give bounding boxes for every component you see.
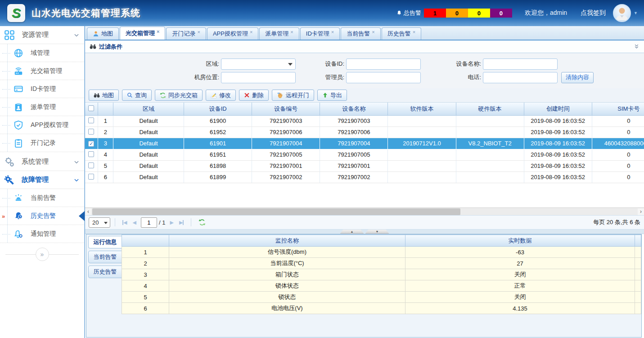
last-page-button[interactable]: ▶ xyxy=(179,220,184,225)
tab-dispatch[interactable]: 派单管理 × xyxy=(259,27,299,40)
search-button[interactable]: 查询 xyxy=(122,90,152,101)
table-row[interactable]: 1 Default 61900 7921907003 7921907003 20… xyxy=(85,115,644,126)
table-row[interactable]: 5 Default 61898 7921907001 7921907001 20… xyxy=(85,160,644,171)
edit-button[interactable]: 修改 xyxy=(206,90,236,101)
row-checkbox[interactable] xyxy=(88,174,94,180)
next-page-button[interactable]: ▶ xyxy=(170,220,173,225)
row-checkbox[interactable] xyxy=(88,151,94,157)
table-row[interactable]: 4 Default 61951 7921907005 7921907005 20… xyxy=(85,149,644,160)
tab-current-alarm-detail[interactable]: 当前告警 xyxy=(88,251,122,263)
table-row-selected[interactable]: ✓ 3 Default 61901 7921907004 7921907004 … xyxy=(85,138,644,149)
phone-input[interactable] xyxy=(483,72,558,83)
close-icon[interactable]: × xyxy=(197,29,200,35)
sidebar-item-door-records[interactable]: 开门记录 xyxy=(0,134,84,152)
device-name-input[interactable] xyxy=(483,59,558,70)
close-icon[interactable]: × xyxy=(331,29,334,35)
sign-in-link[interactable]: 点我签到 xyxy=(581,9,606,17)
logo-letter: S xyxy=(12,6,21,20)
sidebar-item-notifications[interactable]: 通知管理 xyxy=(0,225,84,243)
delete-button[interactable]: 删除 xyxy=(239,90,269,101)
monitor-row[interactable]: 2 当前温度(°C) 27 xyxy=(122,258,641,269)
monitor-value-header[interactable]: 实时数据 xyxy=(405,235,635,247)
sidebar-item-dispatch[interactable]: 派单管理 xyxy=(0,98,84,116)
sidebar-item-id-card[interactable]: ID卡管理 xyxy=(0,80,84,98)
sidebar-item-optical-box[interactable]: 光交箱管理 xyxy=(0,62,84,80)
sidebar-item-label: 当前告警 xyxy=(31,194,56,202)
close-icon[interactable]: × xyxy=(372,29,374,35)
alarm-count-minor[interactable]: 0 xyxy=(468,9,490,18)
monitor-row[interactable]: 5 锁状态 关闭 xyxy=(122,292,641,303)
tab-map[interactable]: 地图 xyxy=(87,27,119,40)
sidebar-item-current-alarms[interactable]: 当前告警 xyxy=(0,189,84,207)
sidebar-item-domain[interactable]: 域管理 xyxy=(0,44,84,62)
sidebar-group-fault[interactable]: 故障管理 xyxy=(0,171,84,189)
refresh-icon[interactable] xyxy=(198,219,206,226)
col-created[interactable]: 创建时间 xyxy=(524,103,592,115)
map-button[interactable]: 地图 xyxy=(89,90,119,101)
monitor-name-header[interactable]: 监控名称 xyxy=(169,235,405,247)
device-id-input[interactable] xyxy=(346,59,421,70)
first-page-button[interactable]: ◀ xyxy=(122,220,127,225)
table-row[interactable]: 6 Default 61899 7921907002 7921907002 20… xyxy=(85,171,644,183)
col-hardware[interactable]: 硬件版本 xyxy=(456,103,524,115)
select-all-checkbox[interactable] xyxy=(88,105,94,111)
scrollbar-thumb[interactable] xyxy=(92,208,460,215)
alarm-count-major[interactable]: 0 xyxy=(446,9,468,18)
remote-open-button[interactable]: 远程开门 xyxy=(272,90,314,101)
tab-runtime-info[interactable]: 运行信息 xyxy=(88,236,122,248)
scroll-right-arrow[interactable]: › xyxy=(638,208,644,215)
row-checkbox[interactable] xyxy=(88,162,94,168)
alarm-count-warning[interactable]: 0 xyxy=(490,9,512,18)
region-select[interactable] xyxy=(221,59,296,70)
user-avatar[interactable] xyxy=(613,4,631,22)
shield-check-icon xyxy=(14,120,23,130)
monitor-row[interactable]: 1 信号强度(dbm) -63 xyxy=(122,247,641,258)
avatar-dropdown-caret: ▼ xyxy=(634,11,638,15)
monitor-row[interactable]: 6 电池电压(V) 4.135 xyxy=(122,303,641,314)
export-button[interactable]: 导出 xyxy=(317,90,347,101)
panel-splitter[interactable]: ▲ ▼ xyxy=(85,230,644,234)
sidebar-item-history-alarms[interactable]: » 历史告警 xyxy=(0,207,84,225)
col-device-id[interactable]: 设备ID xyxy=(184,103,252,115)
splitter-expand-button[interactable]: ▲ xyxy=(340,230,364,234)
monitor-row[interactable]: 3 箱门状态 关闭 xyxy=(122,269,641,280)
col-device-no[interactable]: 设备编号 xyxy=(252,103,320,115)
tab-app-auth[interactable]: APP授权管理 × xyxy=(207,27,258,40)
row-checkbox[interactable] xyxy=(88,117,94,123)
room-location-input[interactable] xyxy=(221,72,296,83)
prev-page-button[interactable]: ◀ xyxy=(132,220,136,225)
close-icon[interactable]: × xyxy=(250,29,252,35)
monitor-row[interactable]: 4 锁体状态 正常 xyxy=(122,280,641,292)
tab-door-records[interactable]: 开门记录 × xyxy=(166,27,206,40)
tab-history-alarms[interactable]: 历史告警 × xyxy=(382,27,421,40)
row-checkbox-checked[interactable]: ✓ xyxy=(88,141,94,147)
close-icon[interactable]: × xyxy=(157,29,159,34)
sidebar-collapse-button[interactable]: » xyxy=(36,248,49,261)
col-region[interactable]: 区域 xyxy=(113,103,184,115)
sync-button[interactable]: 同步光交箱 xyxy=(155,90,203,101)
sidebar-group-system[interactable]: 系统管理 xyxy=(0,153,84,171)
sidebar-item-app-auth[interactable]: APP授权管理 xyxy=(0,116,84,134)
sidebar-group-resource[interactable]: 资源管理 xyxy=(0,26,84,44)
manager-input[interactable] xyxy=(346,72,421,83)
col-sim[interactable]: SIM卡号 xyxy=(592,103,644,115)
col-software[interactable]: 软件版本 xyxy=(388,103,456,115)
card-icon xyxy=(14,84,23,94)
page-size-select[interactable]: 20 xyxy=(89,217,110,228)
clear-button[interactable]: 清除内容 xyxy=(561,72,594,83)
select-all-header[interactable] xyxy=(85,103,98,115)
table-row[interactable]: 2 Default 61952 7921907006 7921907006 20… xyxy=(85,126,644,138)
close-icon[interactable]: × xyxy=(413,29,415,35)
splitter-collapse-button[interactable]: ▼ xyxy=(365,230,389,234)
row-checkbox[interactable] xyxy=(88,129,94,135)
page-number-input[interactable] xyxy=(141,217,157,228)
col-device-name[interactable]: 设备名称 xyxy=(320,103,388,115)
tab-id-card[interactable]: ID卡管理 × xyxy=(300,27,340,40)
close-icon[interactable]: × xyxy=(290,29,293,35)
tab-current-alarms[interactable]: 当前告警 × xyxy=(341,27,380,40)
tab-history-alarm-detail[interactable]: 历史告警 xyxy=(88,266,122,278)
tab-optical-box-mgmt[interactable]: 光交箱管理 × xyxy=(120,27,165,40)
collapse-filter-icon[interactable] xyxy=(634,44,639,50)
alarm-count-critical[interactable]: 1 xyxy=(424,9,446,18)
scroll-left-arrow[interactable]: ‹ xyxy=(85,208,91,215)
